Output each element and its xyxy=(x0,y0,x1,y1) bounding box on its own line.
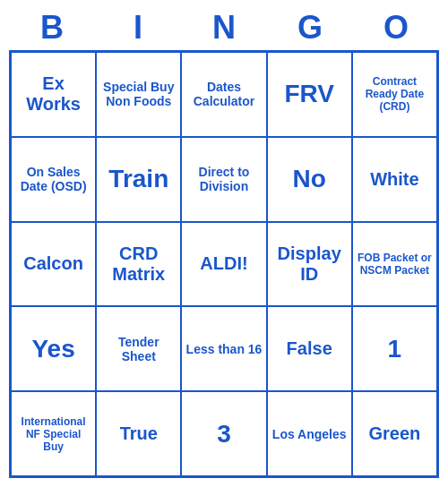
cell-r4-c3: Los Angeles xyxy=(267,391,352,476)
cell-r0-c1: Special Buy Non Foods xyxy=(96,52,181,137)
cell-r1-c4: White xyxy=(352,137,437,222)
cell-r2-c3: Display ID xyxy=(267,222,352,307)
cell-r3-c0: Yes xyxy=(11,306,96,391)
cell-r2-c4: FOB Packet or NSCM Packet xyxy=(352,222,437,307)
bingo-title: BINGO xyxy=(9,9,439,47)
cell-r0-c2: Dates Calculator xyxy=(181,52,266,137)
cell-r3-c1: Tender Sheet xyxy=(96,306,181,391)
cell-r0-c4: Contract Ready Date (CRD) xyxy=(352,52,437,137)
cell-r1-c1: Train xyxy=(96,137,181,222)
cell-r1-c3: No xyxy=(267,137,352,222)
cell-r1-c2: Direct to Division xyxy=(181,137,266,222)
cell-r2-c2: ALDI! xyxy=(181,222,266,307)
cell-r0-c0: Ex Works xyxy=(11,52,96,137)
cell-r4-c2: 3 xyxy=(181,391,266,476)
cell-r2-c0: Calcon xyxy=(11,222,96,307)
bingo-letter: B xyxy=(9,9,95,47)
bingo-letter: I xyxy=(95,9,181,47)
bingo-letter: N xyxy=(181,9,267,47)
cell-r4-c4: Green xyxy=(352,391,437,476)
cell-r3-c4: 1 xyxy=(352,306,437,391)
cell-r3-c2: Less than 16 xyxy=(181,306,266,391)
bingo-letter: O xyxy=(353,9,439,47)
cell-r2-c1: CRD Matrix xyxy=(96,222,181,307)
cell-r3-c3: False xyxy=(267,306,352,391)
cell-r0-c3: FRV xyxy=(267,52,352,137)
bingo-grid: Ex WorksSpecial Buy Non FoodsDates Calcu… xyxy=(9,50,439,478)
cell-r4-c0: International NF Special Buy xyxy=(11,391,96,476)
cell-r1-c0: On Sales Date (OSD) xyxy=(11,137,96,222)
cell-r4-c1: True xyxy=(96,391,181,476)
bingo-letter: G xyxy=(267,9,353,47)
